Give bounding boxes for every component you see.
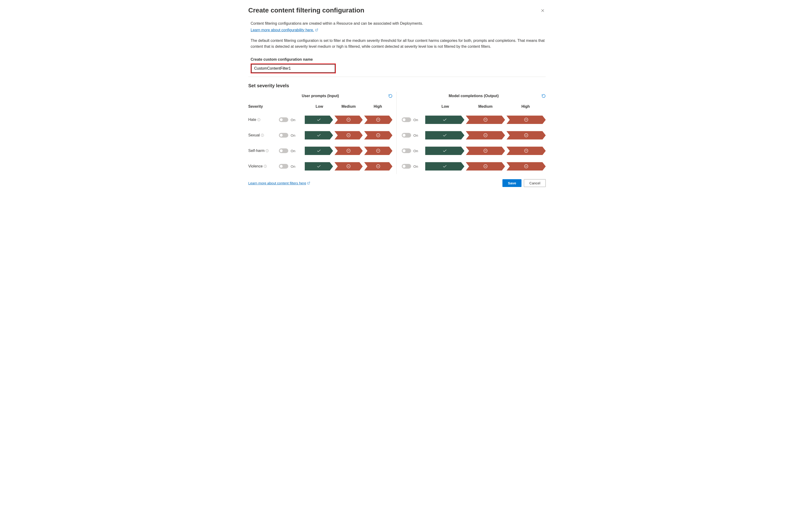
category-row-hate: HateOn <box>248 112 392 128</box>
category-label: Hate <box>248 118 279 122</box>
severity-track <box>305 147 392 155</box>
minus-circle-icon <box>483 117 488 122</box>
enable-toggle-output-violence[interactable] <box>402 164 411 169</box>
severity-arrow-low[interactable] <box>305 115 333 124</box>
category-name: Hate <box>248 118 256 122</box>
toggle-cell: On <box>279 164 305 169</box>
info-icon[interactable] <box>265 149 269 152</box>
config-name-input[interactable] <box>252 64 335 73</box>
info-icon[interactable] <box>257 118 260 121</box>
severity-arrow-high[interactable] <box>506 115 546 124</box>
enable-toggle-output-sexual[interactable] <box>402 133 411 138</box>
enable-toggle-input-violence[interactable] <box>279 164 288 169</box>
toggle-label: On <box>413 118 418 122</box>
severity-arrow-low[interactable] <box>305 131 333 139</box>
category-row-selfharm: Self-harmOn <box>248 143 392 158</box>
close-icon <box>540 8 545 13</box>
severity-arrow-low[interactable] <box>305 162 333 171</box>
enable-toggle-output-hate[interactable] <box>402 117 411 122</box>
severity-arrow-med[interactable] <box>334 147 363 155</box>
panel-title-input: User prompts (Input) <box>302 94 339 98</box>
severity-arrow-med[interactable] <box>466 147 505 155</box>
toggle-label: On <box>413 165 418 168</box>
severity-arrow-high[interactable] <box>506 131 546 139</box>
info-icon[interactable] <box>263 165 267 168</box>
category-name: Self-harm <box>248 149 264 153</box>
info-icon[interactable] <box>261 134 264 137</box>
severity-arrow-low[interactable] <box>425 147 464 155</box>
learn-more-configurability-link[interactable]: Learn more about configurability here. <box>251 28 318 32</box>
learn-more-filters-text: Learn more about content filters here <box>248 181 306 185</box>
check-icon <box>442 164 447 169</box>
severity-arrow-low[interactable] <box>305 147 333 155</box>
category-row-sexual: On <box>402 128 546 143</box>
minus-circle-icon <box>346 164 351 169</box>
reset-icon <box>541 94 546 98</box>
check-icon <box>442 133 447 138</box>
minus-circle-icon <box>524 164 529 169</box>
severity-arrow-low[interactable] <box>425 115 464 124</box>
toggle-cell: On <box>402 117 425 122</box>
severity-arrow-med[interactable] <box>334 115 363 124</box>
save-button[interactable]: Save <box>502 179 521 187</box>
category-name: Violence <box>248 164 263 168</box>
enable-toggle-output-selfharm[interactable] <box>402 148 411 153</box>
severity-arrow-high[interactable] <box>364 115 392 124</box>
severity-track <box>305 115 392 124</box>
reset-input-button[interactable] <box>388 94 392 98</box>
enable-toggle-input-sexual[interactable] <box>279 133 288 138</box>
minus-circle-icon <box>483 133 488 138</box>
cancel-button[interactable]: Cancel <box>524 179 546 187</box>
enable-toggle-input-hate[interactable] <box>279 117 288 122</box>
learn-more-filters-link[interactable]: Learn more about content filters here <box>248 181 310 185</box>
severity-arrow-high[interactable] <box>364 147 392 155</box>
section-divider <box>248 77 546 77</box>
severity-section-title: Set severity levels <box>248 83 546 89</box>
severity-arrow-low[interactable] <box>425 162 464 171</box>
category-row-selfharm: On <box>402 143 546 158</box>
reset-output-button[interactable] <box>541 94 546 98</box>
check-icon <box>442 148 447 153</box>
toggle-label: On <box>413 133 418 137</box>
severity-arrow-high[interactable] <box>364 162 392 171</box>
severity-arrow-med[interactable] <box>334 162 363 171</box>
check-icon <box>316 148 321 153</box>
severity-arrow-med[interactable] <box>466 131 505 139</box>
toggle-label: On <box>291 165 295 168</box>
toggle-cell: On <box>279 133 305 138</box>
external-link-icon <box>307 182 310 185</box>
minus-circle-icon <box>376 133 381 138</box>
severity-track <box>425 115 546 124</box>
minus-circle-icon <box>524 148 529 153</box>
minus-circle-icon <box>346 133 351 138</box>
severity-track <box>305 162 392 171</box>
minus-circle-icon <box>376 148 381 153</box>
severity-arrow-low[interactable] <box>425 131 464 139</box>
severity-track <box>425 162 546 171</box>
minus-circle-icon <box>483 148 488 153</box>
severity-arrow-med[interactable] <box>334 131 363 139</box>
severity-arrow-high[interactable] <box>364 131 392 139</box>
minus-circle-icon <box>346 148 351 153</box>
severity-arrow-high[interactable] <box>506 147 546 155</box>
close-button[interactable] <box>540 8 545 13</box>
severity-arrow-high[interactable] <box>506 162 546 171</box>
severity-arrow-med[interactable] <box>466 162 505 171</box>
toggle-label: On <box>291 133 295 137</box>
severity-arrow-med[interactable] <box>466 115 505 124</box>
level-labels-output: Low Medium High <box>425 104 546 109</box>
severity-track <box>425 147 546 155</box>
severity-track <box>425 131 546 139</box>
toggle-label: On <box>291 118 295 122</box>
category-row-violence: On <box>402 158 546 174</box>
minus-circle-icon <box>524 133 529 138</box>
level-medium-label: Medium <box>465 104 505 109</box>
toggle-cell: On <box>279 117 305 122</box>
check-icon <box>316 164 321 169</box>
enable-toggle-input-selfharm[interactable] <box>279 148 288 153</box>
panel-title-output: Model completions (Output) <box>449 94 499 98</box>
toggle-label: On <box>291 149 295 153</box>
minus-circle-icon <box>483 164 488 169</box>
panel-user-prompts: User prompts (Input) Severity Low Medium… <box>248 92 396 174</box>
reset-icon <box>388 94 392 98</box>
